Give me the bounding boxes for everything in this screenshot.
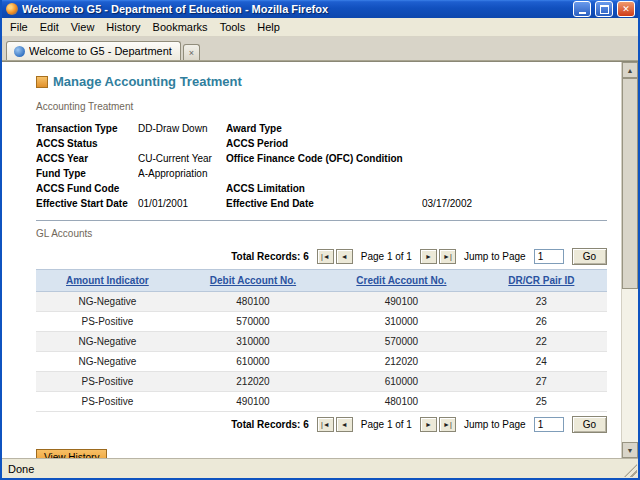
tab-close-button[interactable]: × bbox=[183, 44, 200, 60]
table-row: NG-Negative 480100 490100 23 bbox=[36, 292, 607, 312]
next-page-button[interactable]: ► bbox=[420, 249, 437, 264]
close-icon: ✕ bbox=[622, 5, 630, 14]
scrollbar-thumb[interactable] bbox=[622, 78, 638, 289]
column-header-debit-account[interactable]: Debit Account No. bbox=[210, 275, 296, 286]
field-label: Fund Type bbox=[36, 166, 138, 181]
browser-tab[interactable]: Welcome to G5 - Department of Edu... bbox=[6, 41, 181, 60]
first-page-button[interactable]: |◄ bbox=[317, 417, 334, 432]
total-records-label: Total Records: 6 bbox=[231, 251, 309, 262]
cell-debit-account: 212020 bbox=[179, 372, 327, 392]
cell-debit-account: 480100 bbox=[179, 292, 327, 312]
tab-title: Welcome to G5 - Department of Edu... bbox=[29, 45, 173, 57]
page-title-icon bbox=[36, 76, 48, 88]
close-button[interactable]: ✕ bbox=[617, 1, 635, 17]
field-value: DD-Draw Down bbox=[138, 121, 226, 136]
table-row: NG-Negative 310000 570000 22 bbox=[36, 332, 607, 352]
view-history-row: View History bbox=[36, 437, 607, 458]
maximize-icon bbox=[600, 5, 609, 14]
pager-back-buttons: |◄ ◄ bbox=[317, 249, 353, 264]
table-row: PS-Positive 490100 480100 25 bbox=[36, 392, 607, 412]
menu-bar: File Edit View History Bookmarks Tools H… bbox=[2, 18, 638, 37]
menu-history[interactable]: History bbox=[100, 20, 146, 34]
jump-to-page-label: Jump to Page bbox=[464, 419, 526, 430]
jump-to-page-label: Jump to Page bbox=[464, 251, 526, 262]
tab-close-icon: × bbox=[189, 48, 194, 58]
cell-drcr-pair-id: 23 bbox=[476, 292, 607, 312]
scroll-up-button[interactable]: ▲ bbox=[622, 62, 638, 78]
gl-accounts-section-label: GL Accounts bbox=[36, 228, 607, 239]
field-label: ACCS Status bbox=[36, 136, 138, 151]
last-page-button[interactable]: ►| bbox=[439, 417, 456, 432]
column-header-drcr-pair-id[interactable]: DR/CR Pair ID bbox=[508, 275, 574, 286]
menu-help[interactable]: Help bbox=[251, 20, 286, 34]
tab-favicon-globe-icon bbox=[14, 46, 25, 57]
view-history-button[interactable]: View History bbox=[36, 449, 107, 458]
cell-debit-account: 610000 bbox=[179, 352, 327, 372]
cell-debit-account: 570000 bbox=[179, 312, 327, 332]
field-value bbox=[422, 121, 607, 136]
cell-credit-account: 310000 bbox=[327, 312, 475, 332]
jump-to-page-input[interactable] bbox=[534, 249, 564, 264]
go-button[interactable]: Go bbox=[572, 416, 607, 433]
field-value: A-Appropriation bbox=[138, 166, 226, 181]
field-value bbox=[422, 151, 607, 166]
prev-page-button[interactable]: ◄ bbox=[336, 249, 353, 264]
menu-tools[interactable]: Tools bbox=[214, 20, 252, 34]
cell-drcr-pair-id: 24 bbox=[476, 352, 607, 372]
content-area: Manage Accounting Treatment Accounting T… bbox=[2, 61, 638, 458]
window-title: Welcome to G5 - Department of Education … bbox=[22, 3, 569, 15]
field-label bbox=[226, 166, 422, 181]
table-row: PS-Positive 570000 310000 26 bbox=[36, 312, 607, 332]
page-indicator: Page 1 of 1 bbox=[361, 251, 412, 262]
go-button[interactable]: Go bbox=[572, 248, 607, 265]
menu-edit[interactable]: Edit bbox=[34, 20, 65, 34]
vertical-scrollbar[interactable]: ▲ ▼ bbox=[621, 62, 638, 458]
cell-amount-indicator: NG-Negative bbox=[36, 352, 179, 372]
gl-accounts-table: Amount Indicator Debit Account No. Credi… bbox=[36, 269, 607, 412]
cell-amount-indicator: PS-Positive bbox=[36, 372, 179, 392]
field-value bbox=[138, 136, 226, 151]
field-label: ACCS Limitation bbox=[226, 181, 422, 196]
cell-credit-account: 570000 bbox=[327, 332, 475, 352]
scrollbar-track[interactable] bbox=[622, 78, 638, 442]
minimize-button[interactable] bbox=[573, 1, 591, 17]
maximize-button[interactable] bbox=[595, 1, 613, 17]
cell-credit-account: 610000 bbox=[327, 372, 475, 392]
page-indicator: Page 1 of 1 bbox=[361, 419, 412, 430]
field-value bbox=[422, 166, 607, 181]
total-records-label: Total Records: 6 bbox=[231, 419, 309, 430]
menu-view[interactable]: View bbox=[65, 20, 101, 34]
jump-to-page-input[interactable] bbox=[534, 417, 564, 432]
field-label: ACCS Period bbox=[226, 136, 422, 151]
table-row: PS-Positive 212020 610000 27 bbox=[36, 372, 607, 392]
pager-forward-buttons: ► ►| bbox=[420, 417, 456, 432]
field-label: Transaction Type bbox=[36, 121, 138, 136]
field-label: Award Type bbox=[226, 121, 422, 136]
resize-grip[interactable] bbox=[624, 464, 637, 477]
cell-credit-account: 480100 bbox=[327, 392, 475, 412]
accounting-treatment-fields: Transaction Type DD-Draw Down Award Type… bbox=[36, 121, 607, 211]
pager-forward-buttons: ► ►| bbox=[420, 249, 456, 264]
cell-amount-indicator: NG-Negative bbox=[36, 292, 179, 312]
menu-file[interactable]: File bbox=[4, 20, 34, 34]
field-label: Effective End Date bbox=[226, 196, 422, 211]
cell-amount-indicator: NG-Negative bbox=[36, 332, 179, 352]
field-label: Office Finance Code (OFC) Condition bbox=[226, 151, 422, 166]
status-bar: Done bbox=[2, 458, 638, 478]
last-page-button[interactable]: ►| bbox=[439, 249, 456, 264]
menu-bookmarks[interactable]: Bookmarks bbox=[147, 20, 214, 34]
column-header-credit-account[interactable]: Credit Account No. bbox=[356, 275, 446, 286]
cell-drcr-pair-id: 22 bbox=[476, 332, 607, 352]
table-row: NG-Negative 610000 212020 24 bbox=[36, 352, 607, 372]
column-header-amount-indicator[interactable]: Amount Indicator bbox=[66, 275, 149, 286]
first-page-button[interactable]: |◄ bbox=[317, 249, 334, 264]
prev-page-button[interactable]: ◄ bbox=[336, 417, 353, 432]
section-divider bbox=[36, 220, 607, 221]
next-page-button[interactable]: ► bbox=[420, 417, 437, 432]
cell-amount-indicator: PS-Positive bbox=[36, 312, 179, 332]
pager-bottom: Total Records: 6 |◄ ◄ Page 1 of 1 ► ►| J… bbox=[36, 416, 607, 433]
field-label: ACCS Fund Code bbox=[36, 181, 138, 196]
scroll-down-button[interactable]: ▼ bbox=[622, 442, 638, 458]
page-title-text: Manage Accounting Treatment bbox=[53, 74, 242, 89]
field-label: Effective Start Date bbox=[36, 196, 138, 211]
